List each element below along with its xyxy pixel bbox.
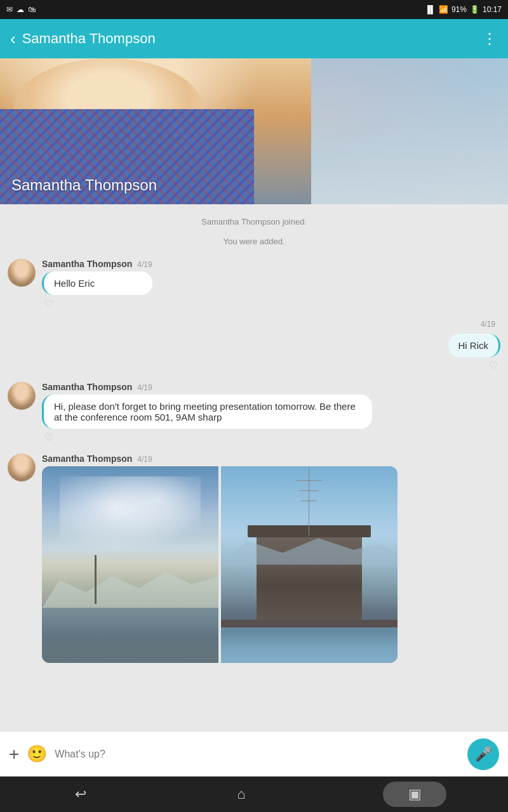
pier-post [95,555,97,605]
profile-bg-right [311,58,508,204]
status-bar: ✉ ☁ 🛍 ▐▌ 📶 91% 🔋 10:17 [0,0,508,19]
recents-nav-icon: ▣ [408,786,422,802]
app-bar-left: ‹ Samantha Thompson [10,29,156,49]
add-attachment-button[interactable]: + [9,745,19,763]
system-message-added: You were added. [8,237,500,246]
message-input[interactable] [55,741,460,768]
mic-button[interactable]: 🎤 [467,738,499,770]
dock [221,620,398,627]
status-icons: ✉ ☁ 🛍 [6,5,36,14]
app-bar: ‹ Samantha Thompson ⋮ [0,19,508,58]
message-row: Samantha Thompson 4/19 Hello Eric ♡ [8,259,500,310]
message-text: Hello Eric [54,278,95,289]
message-date: 4/19 [137,260,152,269]
cloud-icon: ☁ [17,5,24,14]
avatar[interactable] [8,454,36,481]
message-sender: Samantha Thompson [42,454,132,464]
bag-icon: 🛍 [28,5,36,14]
battery-percent: 91% [451,5,467,14]
profile-name: Samantha Thompson [11,176,157,194]
avatar[interactable] [8,382,36,410]
outgoing-bubble: Hi Rick [448,334,501,357]
message-row: Samantha Thompson 4/19 Hi, please don't … [8,382,500,443]
message-date: 4/19 [137,455,152,464]
image-attachment-grid[interactable] [42,466,398,663]
image-attachment-1[interactable] [42,466,218,663]
outgoing-date: 4/19 [8,320,500,329]
back-button[interactable]: ‹ [10,29,16,49]
mountain-silhouette [42,568,218,608]
message-text: Hi Rick [458,340,489,351]
message-sender-line: Samantha Thompson 4/19 [42,259,152,269]
message-content-images: Samantha Thompson 4/19 [42,454,372,663]
chat-area[interactable]: Samantha Thompson joined. You were added… [0,204,508,731]
app-bar-title: Samantha Thompson [22,30,156,47]
navigation-bar: ↩ ⌂ ▣ [0,776,508,812]
input-bar: + 🙂 🎤 [0,731,508,776]
message-date: 4/19 [137,383,152,392]
signal-icon: ▐▌ [425,5,436,14]
time-display: 10:17 [483,5,502,14]
home-nav-button[interactable]: ⌂ [222,782,260,807]
message-content: Samantha Thompson 4/19 Hi, please don't … [42,382,372,443]
like-button[interactable]: ♡ [44,298,152,310]
message-sender-line: Samantha Thompson 4/19 [42,454,372,464]
message-sender: Samantha Thompson [42,382,132,392]
emoji-button[interactable]: 🙂 [27,744,47,764]
like-button[interactable]: ♡ [44,431,372,443]
back-nav-icon: ↩ [75,786,86,802]
avatar-image [8,259,36,287]
mic-icon: 🎤 [475,746,492,763]
back-nav-button[interactable]: ↩ [62,782,100,807]
wifi-icon: 📶 [439,5,448,14]
avatar-image [8,454,36,481]
message-sender: Samantha Thompson [42,259,132,269]
battery-icon: 🔋 [470,5,479,14]
antenna [298,466,319,535]
water-overlay [42,604,218,663]
message-sender-line: Samantha Thompson 4/19 [42,382,372,392]
home-nav-icon: ⌂ [237,786,245,802]
message-content: Samantha Thompson 4/19 Hello Eric ♡ [42,259,152,310]
image-attachment-2[interactable] [221,466,398,663]
system-message-joined: Samantha Thompson joined. [8,217,500,226]
message-bubble: Hi, please don't forget to bring meeting… [42,395,372,429]
message-text: Hi, please don't forget to bring meeting… [54,401,356,422]
cloud-overlay [60,476,201,555]
my-message-container: 4/19 Hi Rick ♡ [8,320,500,372]
avatar-image [8,382,36,410]
profile-header: Samantha Thompson [0,58,508,204]
message-row-right: Hi Rick ♡ [8,334,500,372]
message-bubble: Hello Eric [42,272,152,295]
message-row-images: Samantha Thompson 4/19 [8,454,500,663]
building-structure [257,525,363,624]
like-button-right[interactable]: ♡ [489,360,498,372]
more-options-button[interactable]: ⋮ [482,30,498,48]
avatar[interactable] [8,259,36,287]
message-content-right: Hi Rick ♡ [448,334,501,372]
email-icon: ✉ [6,5,13,14]
recents-nav-button[interactable]: ▣ [383,782,446,807]
status-right: ▐▌ 📶 91% 🔋 10:17 [425,5,502,14]
